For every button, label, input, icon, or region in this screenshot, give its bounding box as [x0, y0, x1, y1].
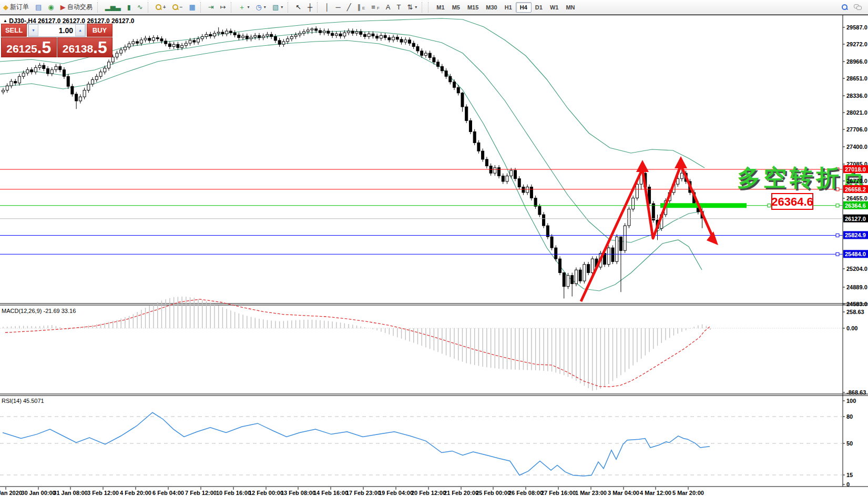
bull-candle[interactable]: [144, 38, 147, 40]
bull-candle[interactable]: [294, 35, 297, 36]
bar-chart-icon[interactable]: ▂▅▃: [103, 3, 124, 12]
bear-candle[interactable]: [652, 204, 655, 220]
bear-candle[interactable]: [416, 46, 419, 50]
bull-candle[interactable]: [677, 179, 679, 185]
horizontal-line-icon[interactable]: ─: [333, 3, 343, 12]
bull-candle[interactable]: [6, 86, 8, 90]
bull-candle[interactable]: [79, 97, 81, 101]
cursor-icon[interactable]: ↖: [293, 3, 304, 12]
timeframe-m15-button[interactable]: M15: [464, 3, 482, 12]
sell-button[interactable]: SELL: [1, 24, 27, 37]
bear-candle[interactable]: [587, 265, 590, 273]
bear-candle[interactable]: [514, 170, 516, 179]
bull-candle[interactable]: [107, 62, 110, 68]
bull-candle[interactable]: [128, 44, 130, 47]
rsi-line[interactable]: [3, 412, 710, 476]
bull-candle[interactable]: [591, 259, 594, 272]
bear-candle[interactable]: [461, 93, 464, 107]
pivot-line-26364-anchor[interactable]: [836, 204, 839, 207]
bear-candle[interactable]: [14, 82, 17, 83]
bear-candle[interactable]: [485, 159, 488, 166]
bollinger-middle-band[interactable]: [0, 31, 704, 242]
bear-candle[interactable]: [30, 70, 33, 72]
bear-candle[interactable]: [246, 36, 248, 39]
bear-candle[interactable]: [363, 34, 366, 36]
trendline-icon[interactable]: ╱: [344, 3, 354, 12]
bear-candle[interactable]: [71, 86, 74, 94]
bear-candle[interactable]: [550, 237, 553, 248]
bull-candle[interactable]: [213, 33, 216, 36]
bear-candle[interactable]: [177, 44, 179, 47]
bull-candle[interactable]: [205, 34, 208, 36]
bear-candle[interactable]: [315, 29, 318, 31]
trend-arrow-line[interactable]: [581, 165, 714, 301]
bull-candle[interactable]: [343, 33, 346, 36]
chart-window[interactable]: ▲ DJ30-,H4 26127.0 26127.0 26127.0 26127…: [0, 15, 868, 496]
bull-candle[interactable]: [632, 198, 635, 209]
bull-candle[interactable]: [287, 39, 289, 42]
timeframe-h4-button[interactable]: H4: [516, 2, 532, 13]
volume-input[interactable]: [38, 24, 75, 36]
bull-candle[interactable]: [250, 37, 252, 39]
bear-candle[interactable]: [555, 248, 557, 259]
bull-candle[interactable]: [290, 37, 293, 39]
bear-candle[interactable]: [156, 38, 159, 39]
bull-candle[interactable]: [624, 226, 626, 250]
pivot-line-anchor[interactable]: [768, 204, 771, 207]
bear-candle[interactable]: [469, 120, 472, 131]
bull-candle[interactable]: [95, 76, 98, 79]
bear-candle[interactable]: [518, 179, 520, 187]
bollinger-lower-band[interactable]: [0, 41, 702, 291]
bull-candle[interactable]: [262, 36, 264, 38]
bull-candle[interactable]: [680, 173, 683, 179]
bull-candle[interactable]: [172, 44, 175, 46]
bull-candle[interactable]: [254, 35, 257, 37]
search-button[interactable]: [839, 3, 850, 11]
bull-candle[interactable]: [404, 40, 407, 42]
bear-candle[interactable]: [63, 70, 65, 77]
bear-candle[interactable]: [376, 36, 379, 38]
bear-candle[interactable]: [75, 94, 78, 101]
bear-candle[interactable]: [619, 237, 622, 250]
bear-candle[interactable]: [522, 187, 525, 193]
bear-candle[interactable]: [233, 33, 236, 35]
timeframe-m1-button[interactable]: M1: [433, 3, 448, 12]
bear-candle[interactable]: [327, 31, 330, 33]
bear-candle[interactable]: [465, 107, 468, 120]
bear-candle[interactable]: [611, 248, 614, 261]
timeframe-d1-button[interactable]: D1: [532, 3, 546, 12]
bull-candle[interactable]: [34, 67, 37, 72]
bull-candle[interactable]: [99, 72, 102, 76]
bull-candle[interactable]: [104, 68, 106, 72]
bull-candle[interactable]: [87, 84, 90, 90]
crosshair-icon[interactable]: ┼: [305, 3, 315, 12]
period-icon[interactable]: ◷▾: [253, 3, 269, 12]
bull-candle[interactable]: [335, 34, 338, 35]
market-watch-icon[interactable]: ▤: [33, 3, 44, 12]
bull-candle[interactable]: [111, 57, 114, 62]
timeframe-w1-button[interactable]: W1: [546, 3, 563, 12]
bear-candle[interactable]: [546, 226, 549, 237]
template-icon[interactable]: ▧▾: [270, 3, 285, 12]
bull-candle[interactable]: [83, 90, 86, 97]
zoom-in-icon[interactable]: +: [153, 3, 169, 11]
zoom-out-icon[interactable]: −: [170, 3, 186, 11]
bull-candle[interactable]: [575, 270, 577, 284]
bear-candle[interactable]: [319, 31, 321, 33]
bear-candle[interactable]: [482, 151, 484, 159]
bear-candle[interactable]: [209, 34, 212, 36]
bull-candle[interactable]: [424, 53, 427, 55]
signal-icon[interactable]: ◉: [45, 3, 56, 12]
auto-scroll-icon[interactable]: ⇥: [206, 3, 217, 12]
bear-candle[interactable]: [449, 76, 452, 82]
bear-candle[interactable]: [238, 35, 240, 37]
bear-candle[interactable]: [396, 37, 399, 39]
bear-candle[interactable]: [412, 43, 415, 46]
bull-candle[interactable]: [26, 70, 29, 73]
bear-candle[interactable]: [445, 71, 447, 77]
channel-icon[interactable]: ∥E: [354, 3, 367, 12]
bear-candle[interactable]: [473, 131, 476, 143]
bull-candle[interactable]: [226, 31, 228, 34]
bear-candle[interactable]: [571, 276, 574, 284]
bear-candle[interactable]: [160, 39, 163, 41]
